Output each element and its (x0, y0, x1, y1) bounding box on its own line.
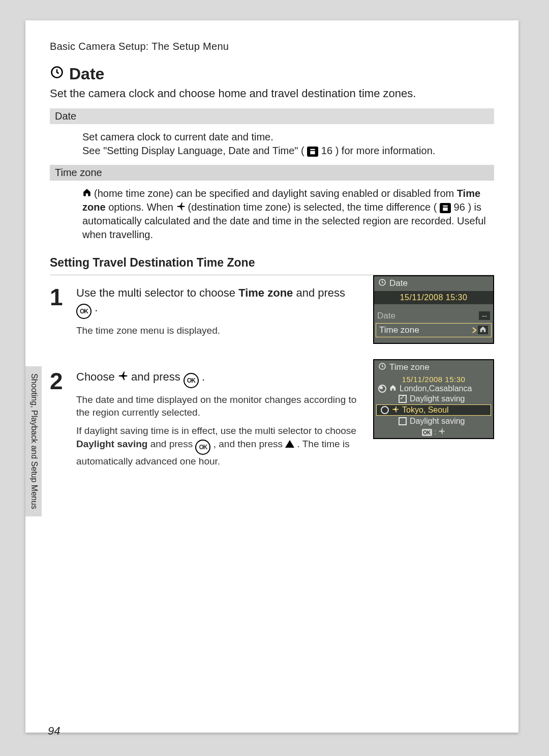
clock-icon (378, 362, 386, 373)
text: If daylight saving time is in effect, us… (76, 425, 356, 436)
lcd-home-zone: London,Casablanca (374, 384, 493, 394)
page-number: 94 (48, 724, 60, 738)
lcd-datetime: 15/11/2008 15:30 (374, 291, 493, 304)
section-title: Date (69, 65, 104, 83)
step-1: 1 Use the multi selector to choose Time … (50, 285, 358, 337)
sidebar-chapter-tab: Shooting, Playback and Setup Menus (25, 366, 42, 516)
ok-button-icon: OK (195, 440, 210, 455)
triangle-up-icon (285, 440, 294, 448)
camera-screen-timezone: Time zone 15/11/2008 15:30 London,Casabl… (373, 359, 494, 440)
home-icon (82, 189, 94, 199)
procedure-heading: Setting Travel Destination Time Zone (50, 256, 494, 275)
label: Tokyo, Seoul (402, 405, 449, 415)
text: Use the multi selector to choose (76, 286, 238, 299)
text: and press (150, 439, 196, 449)
step-body: Use the multi selector to choose Time zo… (76, 285, 358, 337)
label: Date (377, 311, 395, 321)
subsection-tz-body: (home time zone) can be specified and da… (82, 187, 494, 242)
subsection-tz-label: Time zone (50, 165, 494, 181)
ok-button-icon: OK (76, 304, 92, 319)
checkbox-on-icon (399, 395, 407, 403)
step-number: 1 (50, 285, 67, 337)
lcd-title-text: Time zone (389, 362, 430, 372)
plane-icon (392, 405, 399, 415)
clock-icon (378, 278, 386, 289)
reference-icon (440, 203, 451, 213)
lcd-home-ds: Daylight saving (374, 394, 493, 404)
text-bold: Daylight saving (76, 439, 147, 449)
reference-page: 16 (321, 145, 332, 156)
step-body: Choose and press OK . The date and time … (76, 369, 358, 468)
text: See "Setting Display Language, Date and … (82, 145, 304, 156)
step-note: If daylight saving time is in effect, us… (76, 424, 358, 468)
text: . (202, 370, 205, 383)
manual-page: Basic Camera Setup: The Setup Menu Date … (25, 20, 518, 733)
step-number: 2 (50, 369, 67, 468)
lcd-dest-ds: Daylight saving (374, 416, 493, 426)
reference-icon (307, 147, 318, 157)
radio-on-icon (378, 385, 386, 393)
radio-off-icon (381, 406, 389, 414)
text-bold: Time zone (238, 286, 293, 299)
text: . (95, 301, 98, 314)
subsection-date-label: Date (50, 108, 494, 124)
label: Daylight saving (410, 394, 465, 403)
lcd-footer: OK : (374, 426, 493, 439)
text: and press (131, 370, 184, 383)
plane-icon (438, 427, 445, 436)
step-note: The date and time displayed on the monit… (76, 393, 358, 419)
label: London,Casablanca (400, 384, 472, 393)
clock-icon (50, 65, 64, 83)
home-icon (389, 384, 396, 393)
ok-mini-icon: OK (422, 429, 432, 436)
lcd-title-text: Date (389, 278, 408, 288)
section-title-row: Date (50, 65, 494, 83)
text: (home time zone) can be specified and da… (94, 188, 457, 199)
ok-button-icon: OK (184, 373, 199, 388)
step-note: The time zone menu is displayed. (76, 324, 358, 337)
text: , and then press (214, 439, 286, 449)
text: and press (296, 286, 345, 299)
text: ) for more information. (336, 145, 436, 156)
chevron-home-icon (472, 326, 488, 334)
checkbox-off-icon (399, 417, 407, 425)
lcd-row-date: Date -- (374, 309, 493, 323)
content-area: Basic Camera Setup: The Setup Menu Date … (25, 20, 518, 468)
lcd-datetime: 15/11/2008 15:30 (374, 375, 493, 384)
camera-screen-date: Date 15/11/2008 15:30 Date -- Time zone (373, 275, 494, 344)
value: -- (479, 311, 490, 320)
text: Choose (76, 370, 118, 383)
separator: : (434, 427, 436, 436)
step-2: 2 Choose and press OK . The date and tim… (50, 369, 358, 468)
subsection-date-body: Set camera clock to current date and tim… (82, 130, 494, 158)
plane-icon (176, 202, 188, 213)
plane-icon (118, 370, 131, 383)
text: options. When (108, 201, 176, 213)
lcd-row-timezone-selected: Time zone (376, 323, 492, 337)
step-1-row: 1 Use the multi selector to choose Time … (50, 275, 494, 344)
step-2-row: 2 Choose and press OK . The date and tim… (50, 359, 494, 468)
lcd-dest-zone-selected: Tokyo, Seoul (376, 404, 491, 416)
page-header: Basic Camera Setup: The Setup Menu (50, 41, 494, 52)
label: Time zone (379, 325, 419, 335)
label: Daylight saving (410, 417, 465, 426)
text: (destination time zone) is selected, the… (188, 201, 437, 213)
section-intro: Set the camera clock and choose home and… (50, 86, 494, 101)
reference-page: 96 (454, 201, 465, 213)
text: Set camera clock to current date and tim… (82, 131, 273, 142)
